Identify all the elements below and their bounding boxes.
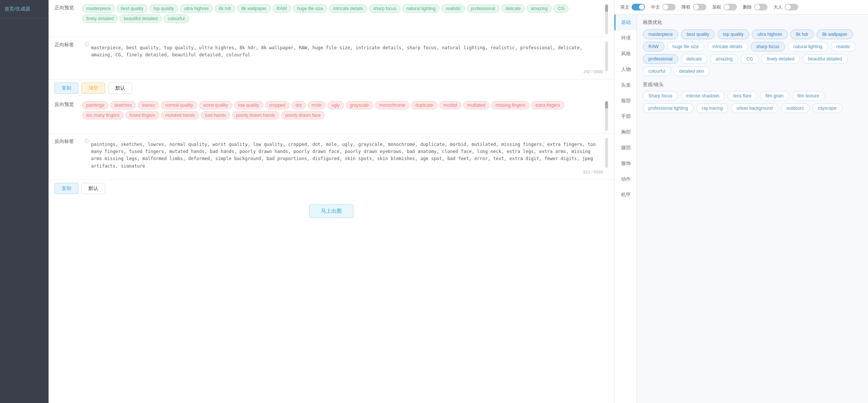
ptag-beautiful-detailed[interactable]: beautiful detailed: [803, 54, 848, 64]
ptag-masterpiece[interactable]: masterpiece: [643, 29, 678, 39]
neg-tag-ugly[interactable]: ugly: [328, 101, 344, 109]
category-basic[interactable]: 基础: [614, 15, 636, 30]
toggle-english-switch[interactable]: [632, 4, 645, 10]
neg-tag-mutilated[interactable]: mutilated: [463, 101, 490, 109]
category-environment[interactable]: 环境: [614, 30, 636, 46]
negative-default-button[interactable]: 默认: [81, 183, 105, 194]
tag-beautiful-detailed[interactable]: beautiful detailed: [120, 15, 162, 23]
ltag-sharp-focus[interactable]: Sharp focus: [643, 91, 678, 101]
tag-intricate-details[interactable]: intricate details: [329, 4, 367, 13]
ptag-natural-lighting[interactable]: natural lighting: [788, 42, 828, 51]
negative-copy-button[interactable]: 复制: [55, 183, 78, 194]
positive-copy-button[interactable]: 复制: [55, 82, 78, 94]
ptag-delicate[interactable]: delicate: [681, 54, 707, 64]
ltag-lens-flare[interactable]: lens flare: [728, 91, 757, 101]
tag-best-quality[interactable]: best quality: [117, 4, 148, 13]
ptag-8k-hdr[interactable]: 8k hdr: [790, 29, 814, 39]
ptag-professional[interactable]: professional: [643, 54, 678, 64]
positive-label-info-icon[interactable]: ⓘ: [84, 41, 89, 48]
negative-label-textarea[interactable]: paintings, sketches, lowres, normal qual…: [91, 138, 603, 168]
toggle-chinese-switch[interactable]: [662, 4, 676, 10]
ltag-film-grain[interactable]: film grain: [760, 91, 789, 101]
category-hair[interactable]: 头发: [614, 77, 636, 93]
ltag-ray-tracing[interactable]: ray tracing: [696, 103, 728, 113]
tag-huge-file-size[interactable]: huge file size: [293, 4, 327, 13]
neg-tag-normal-quality[interactable]: normal quality: [161, 101, 197, 109]
ptag-huge-file-size[interactable]: huge file size: [667, 42, 704, 51]
ptag-amazing[interactable]: amazing: [710, 54, 738, 64]
ptag-colourful[interactable]: colourful: [643, 66, 671, 76]
neg-tag-monochrome[interactable]: monochrome: [375, 101, 409, 109]
scrollbar-negative-label[interactable]: [605, 138, 608, 168]
ptag-realstic[interactable]: realstic: [831, 42, 856, 51]
neg-tag-low-quality[interactable]: low quality: [234, 101, 263, 109]
category-character[interactable]: 人物: [614, 62, 636, 77]
positive-label-textarea[interactable]: masterpiece, best quality, top quality, …: [91, 41, 603, 68]
neg-tag-paintings[interactable]: paintings: [82, 101, 108, 109]
ptag-best-quality[interactable]: best quality: [681, 29, 715, 39]
tag-colourful[interactable]: colourful: [164, 15, 189, 23]
positive-clear-button[interactable]: 清空: [81, 82, 105, 94]
scrollbar-positive-label[interactable]: [605, 41, 608, 71]
neg-tag-poorly-drawn-face[interactable]: poorly drawn face: [281, 111, 325, 119]
category-legs[interactable]: 腿部: [614, 140, 636, 156]
ptag-intricate-details[interactable]: intricate details: [707, 42, 748, 51]
tag-masterpiece[interactable]: masterpiece: [82, 4, 115, 13]
tag-finely-detailed[interactable]: finely detailed: [82, 15, 118, 23]
toggle-delete-switch[interactable]: [754, 4, 768, 10]
toggle-downweight-switch[interactable]: [693, 4, 706, 10]
tag-8k-wallpaper[interactable]: 8k wallpaper: [237, 4, 270, 13]
category-chest[interactable]: 胸部: [614, 124, 636, 140]
category-face[interactable]: 脸部: [614, 93, 636, 109]
ptag-raw[interactable]: RAW: [643, 42, 664, 51]
neg-tag-mutated-hands[interactable]: mutated hands: [161, 111, 199, 119]
neg-tag-bad-hands[interactable]: bad hands: [201, 111, 230, 119]
ptag-finely-detailed[interactable]: finely detailed: [761, 54, 800, 64]
tag-8k-hdr[interactable]: 8k hdr: [215, 4, 235, 13]
tag-delicate[interactable]: delicate: [501, 4, 525, 13]
category-hands[interactable]: 手部: [614, 109, 636, 124]
positive-default-button[interactable]: 默认: [108, 82, 132, 94]
toggle-upweight-switch[interactable]: [723, 4, 737, 10]
neg-tag-worst-quality[interactable]: worst quality: [199, 101, 232, 109]
toggle-adult-switch[interactable]: [785, 4, 798, 10]
negative-label-info-icon[interactable]: ⓘ: [84, 138, 89, 144]
scrollbar-negative-preview[interactable]: [605, 101, 608, 131]
ptag-top-quality[interactable]: top quality: [717, 29, 749, 39]
category-mech[interactable]: 机甲: [614, 187, 636, 203]
ltag-cityscape[interactable]: cityscape: [812, 103, 842, 113]
neg-tag-sketches[interactable]: sketches: [110, 101, 136, 109]
ptag-cg[interactable]: CG: [741, 54, 759, 64]
tag-professional[interactable]: professional: [467, 4, 499, 13]
neg-tag-too-many-fingers[interactable]: too many fingers: [82, 111, 124, 119]
ltag-outdoors[interactable]: outdoors: [781, 103, 810, 113]
generate-button[interactable]: 马上出图: [309, 204, 353, 218]
category-clothing[interactable]: 服饰: [614, 156, 636, 171]
neg-tag-lowres[interactable]: lowres: [138, 101, 159, 109]
ltag-intense-shadows[interactable]: intense shadows: [681, 91, 725, 101]
tag-ultra-highres[interactable]: ultra highres: [180, 4, 213, 13]
ptag-ultra-highres[interactable]: ultra highres: [752, 29, 788, 39]
tag-top-quality[interactable]: top quality: [149, 4, 178, 13]
ltag-film-texture[interactable]: film texture: [792, 91, 825, 101]
tag-realistic[interactable]: realistic: [441, 4, 465, 13]
ltag-professional-lighting[interactable]: professional lighting: [643, 103, 694, 113]
category-style[interactable]: 风格: [614, 46, 636, 62]
tag-cg[interactable]: CG: [554, 4, 568, 13]
neg-tag-cropped[interactable]: cropped: [265, 101, 289, 109]
ptag-sharp-focus[interactable]: sharp focus: [751, 42, 785, 51]
category-action[interactable]: 动作: [614, 171, 636, 187]
sidebar-logo[interactable]: 首页/生成器: [0, 0, 49, 18]
tag-amazing[interactable]: amazing: [527, 4, 552, 13]
neg-tag-poorly-drawn-hands[interactable]: poorly drawn hands: [232, 111, 279, 119]
tag-raw[interactable]: RAW: [273, 4, 291, 13]
neg-tag-dot[interactable]: dot: [291, 101, 306, 109]
ltag-urban-background[interactable]: urban background: [731, 103, 778, 113]
scrollbar-positive-preview[interactable]: [605, 4, 608, 34]
neg-tag-missing-fingers[interactable]: missing fingers: [491, 101, 529, 109]
tag-sharp-focus[interactable]: sharp focus: [369, 4, 400, 13]
ptag-8k-wallpaper[interactable]: 8k wallpaper: [816, 29, 853, 39]
neg-tag-extra-fingers[interactable]: extra fingers: [531, 101, 564, 109]
ptag-detailed-skin[interactable]: detailed skin: [673, 66, 710, 76]
neg-tag-mole[interactable]: mole: [308, 101, 326, 109]
